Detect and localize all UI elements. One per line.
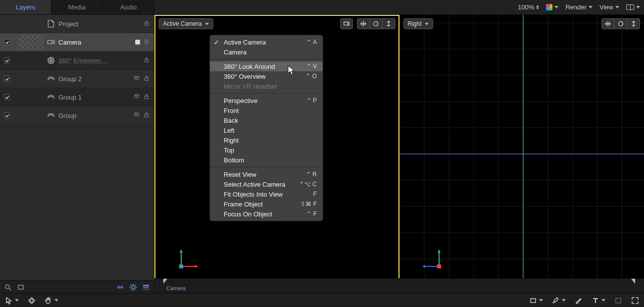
stack-filter-icon[interactable] <box>142 283 150 291</box>
zoom-level-label: 100% <box>518 3 534 11</box>
menu-item-label: Perspective <box>224 97 257 104</box>
layer-visibility-checkbox[interactable] <box>4 57 10 63</box>
camera-menu-item[interactable]: Select Active Camera⌃⌥ C <box>210 179 323 189</box>
lock-icon[interactable] <box>143 20 150 28</box>
tab-audio[interactable]: Audio <box>103 0 154 14</box>
stack-icon[interactable] <box>133 75 140 83</box>
mask-icon[interactable] <box>116 283 124 291</box>
frame-icon[interactable] <box>17 283 25 291</box>
viewport-left[interactable]: Active Camera <box>154 15 399 293</box>
camera-menu-item[interactable]: 360° Look Around⌃ V <box>210 61 323 71</box>
svg-rect-14 <box>143 287 149 288</box>
camera-menu-item[interactable]: Front <box>210 105 323 115</box>
svg-rect-16 <box>344 22 347 25</box>
brush-tool[interactable] <box>575 297 583 305</box>
3d-transform-tool[interactable] <box>28 297 36 305</box>
pan-button[interactable] <box>357 18 370 29</box>
camera-menu-item[interactable]: Perspective⌃ P <box>210 96 323 105</box>
tab-layers[interactable]: Layers <box>0 0 51 14</box>
layers-panel-bottom-bar <box>0 280 154 293</box>
layer-visibility-checkbox[interactable] <box>4 112 10 118</box>
menu-item-shortcut: ⇧⌘ F <box>300 201 317 207</box>
layer-visibility-checkbox[interactable] <box>4 94 10 100</box>
layer-visibility-checkbox[interactable] <box>4 76 10 82</box>
layer-row-360env[interactable]: 360° Environm… <box>0 51 154 70</box>
menu-item-label: Fit Objects Into View <box>224 191 283 198</box>
camera-menu-item[interactable]: Camera <box>210 47 323 57</box>
stack-icon[interactable] <box>133 93 140 102</box>
layer-row-group2[interactable]: Group 2 <box>0 70 154 88</box>
menu-item-label: Active Camera <box>224 39 266 46</box>
search-icon[interactable] <box>4 283 12 291</box>
menu-item-label: Front <box>224 107 239 114</box>
layout-menu[interactable] <box>626 4 640 10</box>
camera-select-dropdown[interactable]: Right <box>403 18 433 29</box>
stepper-icon <box>536 5 539 9</box>
svg-rect-13 <box>143 285 149 286</box>
axis-tripod-icon <box>175 248 200 272</box>
camera-select-label: Right <box>408 20 422 27</box>
layer-label: Project <box>58 20 140 28</box>
camera-menu-item[interactable]: Frame Object⇧⌘ F <box>210 199 323 209</box>
chevron-down-icon <box>615 6 619 8</box>
camera-menu-item[interactable]: Back <box>210 115 323 125</box>
pen-tool-menu[interactable] <box>552 297 566 305</box>
lock-icon[interactable] <box>143 75 150 83</box>
dolly-button[interactable] <box>627 18 640 29</box>
camera-menu-item[interactable]: Reset View⌃ R <box>210 169 323 179</box>
camera-select-dropdown[interactable]: Active Camera <box>158 18 213 29</box>
camera-menu-item[interactable]: Top <box>210 145 323 155</box>
camera-menu-item[interactable]: Bottom <box>210 155 323 165</box>
viewport-grid <box>399 15 644 293</box>
camera-menu-item[interactable]: Right <box>210 135 323 145</box>
lock-icon[interactable] <box>143 111 150 120</box>
stack-icon[interactable] <box>133 111 140 120</box>
camera-menu-item[interactable]: Focus On Object⌃ F <box>210 209 323 219</box>
layer-row-group1[interactable]: Group 1 <box>0 88 154 106</box>
playhead-start-icon[interactable] <box>163 279 167 284</box>
dolly-button[interactable] <box>383 18 396 29</box>
settings-gear-icon[interactable] <box>129 283 137 291</box>
camera-menu-item[interactable]: Fit Objects Into ViewF <box>210 189 323 199</box>
orbit-button[interactable] <box>370 18 383 29</box>
camera-select-label: Active Camera <box>163 20 202 27</box>
zoom-level-control[interactable]: 100% <box>518 3 539 11</box>
lock-icon[interactable] <box>143 56 150 65</box>
layer-row-project[interactable]: Project <box>0 15 154 33</box>
camera-context-menu: ✓Active Camera⌃ ACamera360° Look Around⌃… <box>209 35 323 221</box>
svg-rect-22 <box>179 264 183 268</box>
viewport-right[interactable]: Right <box>399 15 644 293</box>
camera-menu-item[interactable]: 360° Overview⌃ O <box>210 71 323 81</box>
color-channel-menu[interactable] <box>546 4 558 10</box>
menu-separator <box>210 167 323 167</box>
menu-item-label: 360° Look Around <box>224 63 275 70</box>
camera-menu-item[interactable]: ✓Active Camera⌃ A <box>210 37 323 47</box>
timeline-strip[interactable]: Camera <box>154 278 644 293</box>
view-menu[interactable]: View <box>599 3 619 11</box>
hand-tool-menu[interactable] <box>45 297 58 305</box>
menu-item-label: Frame Object <box>224 201 263 208</box>
layer-row-camera[interactable]: Camera <box>0 33 154 51</box>
chevron-down-icon <box>636 6 640 8</box>
layer-visibility-checkbox[interactable] <box>4 39 10 45</box>
camera-menu-item[interactable]: Left <box>210 125 323 135</box>
fullscreen-button[interactable] <box>631 297 639 305</box>
scene-toggle-icon[interactable] <box>135 40 140 45</box>
shape-tool-menu[interactable] <box>529 297 543 305</box>
orbit-button[interactable] <box>614 18 627 29</box>
select-tool-menu[interactable] <box>5 297 19 305</box>
render-menu[interactable]: Render <box>565 3 593 11</box>
layer-row-group[interactable]: Group <box>0 106 154 125</box>
fit-button[interactable] <box>340 18 353 29</box>
lock-icon[interactable] <box>143 38 150 47</box>
lock-icon[interactable] <box>143 93 150 102</box>
tab-media[interactable]: Media <box>51 0 103 14</box>
text-tool-menu[interactable] <box>592 297 605 305</box>
svg-point-11 <box>120 286 123 289</box>
menu-item-label: Reset View <box>224 171 256 178</box>
pan-button[interactable] <box>601 18 614 29</box>
top-right-controls: 100% Render View <box>154 0 644 14</box>
svg-point-51 <box>30 298 33 304</box>
layer-thumbnail <box>19 35 44 49</box>
playhead-end-icon[interactable] <box>631 279 635 284</box>
